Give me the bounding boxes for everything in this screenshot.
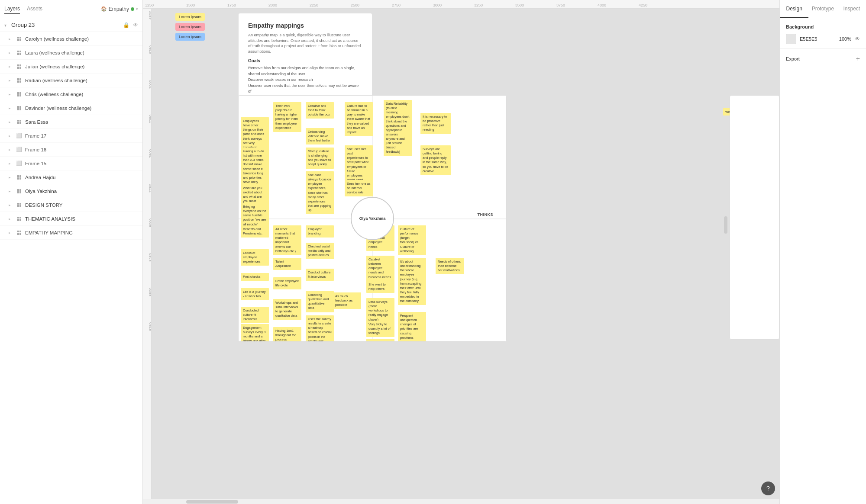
export-row: Export + [780,49,866,69]
layer-item-thematic[interactable]: ▸ THEMATIC ANALYSIS [0,212,142,226]
expand-icon: ▸ [9,203,14,207]
tab-empathy[interactable]: 🏠 Empathy ▾ [101,6,138,12]
sticky-does-18: As much feedback as possible [333,292,361,309]
empathy-icon: 🏠 [101,6,107,12]
lock-icon[interactable]: 🔒 [123,22,129,28]
layer-item-frame16[interactable]: ▸ ⬜ Frame 16 [0,143,142,157]
sticky-feels-9: Frequent unexpected changes of prioritie… [398,312,426,342]
component-icon [16,77,23,84]
layer-item-olya[interactable]: ▸ Olya Yakzhina [0,184,142,198]
sticky-does-7: All other moments that mattered importan… [273,225,301,255]
layer-item-davinder[interactable]: ▸ Davinder (wellness challenge) [0,101,142,115]
ruler-left: 6500 6750 7000 7250 7500 7750 8000 8250 … [143,9,152,499]
sticky-does-14: Conduct culture fit interviews [306,269,334,281]
right-panel: Design Prototype Inspect Background E5E5… [779,0,866,504]
lorem-box-pink: Lorem ipsum [175,23,205,31]
frame-icon: ⬜ [16,160,23,167]
expand-icon: ▸ [9,161,14,166]
canvas-content[interactable]: 6500 6750 7000 7250 7500 7750 8000 8250 … [143,9,779,499]
visibility-icon[interactable]: 👁 [855,36,860,42]
sticky-thinks-5: It is necessary to be proactive rather t… [420,113,451,134]
sticky-thinks-6: Surveys are getting boring and people re… [420,145,451,175]
component-icon [16,91,23,98]
tab-assets[interactable]: Assets [27,4,42,14]
export-add-button[interactable]: + [856,55,860,63]
eye-icon[interactable]: 👁 [133,22,138,28]
expand-icon: ▸ [9,189,14,193]
layer-item-radian[interactable]: ▸ Radian (wellness challenge) [0,74,142,87]
sticky-cl-3: Startup culture is challenging and you h… [306,148,334,169]
help-button[interactable]: ? [761,482,775,495]
sticky-does-8: Talent Acquisition [273,258,301,270]
canvas-viewport[interactable]: Lorem ipsum Lorem ipsum Lorem ipsum Empa… [152,9,779,499]
component-icon [16,63,23,70]
export-label: Export [786,56,800,61]
color-hex-value[interactable]: E5E5E5 [800,36,836,42]
thinks-label: THINKS [478,212,494,217]
scroll-indicator[interactable] [724,216,727,234]
component-icon [16,229,23,236]
layer-item-chris[interactable]: ▸ Chris (wellness challenge) [0,87,142,101]
sticky-says-1: Their own projects are having a higher p… [273,102,301,132]
lorem-box-yellow: Lorem ipsum [175,13,205,21]
background-section: Background E5E5E5 100% 👁 [780,18,866,49]
opacity-value[interactable]: 100% [839,36,851,42]
expand-icon: ▸ [9,175,14,180]
component-icon [16,119,23,125]
sticky-does-3: Post checks [241,273,269,281]
layer-item-sara[interactable]: ▸ Sara Essa [0,115,142,129]
sticky-does-1: Benefits and Pensions etc. [241,225,269,238]
component-icon [16,202,23,209]
expand-arrow-icon[interactable]: ▾ [4,23,9,27]
panel-tabs: Layers Assets 🏠 Empathy ▾ [0,0,142,18]
sticky-does-17: Qualitative part after the quantitative … [306,341,334,342]
tab-design[interactable]: Design [780,0,808,18]
expand-icon: ▸ [9,134,14,138]
left-panel: Layers Assets 🏠 Empathy ▾ ▾ Group 23 🔒 👁… [0,0,143,504]
layer-item-andrea[interactable]: ▸ Andrea Hajdu [0,170,142,184]
sticky-cl-2: Onboarding video to make them feel bette… [306,128,334,144]
group-header: ▾ Group 23 🔒 👁 [0,18,142,32]
card-desc: An empathy map is a quick, digestible wa… [248,32,362,54]
sticky-thinks-3: Sees her role as an internal service rol… [345,180,373,196]
sticky-cl-1: Creative and tried to think outside the … [306,102,334,119]
layer-item-carolyn[interactable]: ▸ Carolyn (wellness challenge) [0,32,142,46]
sticky-does-13: Checked social media daily and posted ar… [306,243,334,259]
tab-layers[interactable]: Layers [4,4,20,14]
component-icon [16,188,23,195]
sticky-does-15: Collecting qualitative and quantitative … [306,291,334,312]
sticky-feels-10: Needs of others than become her motivati… [436,258,464,274]
sticky-feels-2: Catalyst between employee needs and busi… [366,256,394,281]
layer-item-laura[interactable]: ▸ Laura (wellness challenge) [0,46,142,60]
tab-inspect[interactable]: Inspect [837,0,866,18]
scroll-thumb[interactable] [186,500,238,504]
layer-item-design-story[interactable]: ▸ DESIGN STORY [0,198,142,212]
component-icon [16,49,23,56]
layer-item-frame17[interactable]: ▸ ⬜ Frame 17 [0,129,142,143]
expand-icon: ▸ [9,64,14,69]
group-label: Group 23 [11,22,123,28]
right-tabs: Design Prototype Inspect [780,0,866,18]
frame-icon: ⬜ [16,146,23,153]
sticky-does-11: Having 1on1 throughout the process [273,327,301,342]
group-actions: 🔒 👁 [123,22,138,28]
tab-prototype[interactable]: Prototype [808,0,837,18]
sticky-feels-8: It's about understanding the whole emplo… [398,258,426,305]
sticky-does-10: Workshops and 1on1 interviews to generat… [273,299,301,320]
layer-item-julian[interactable]: ▸ Julian (wellness challenge) [0,60,142,74]
background-label: Background [786,24,860,29]
layer-item-empathy-mapping[interactable]: ▸ EMPATHY MAPPING [0,226,142,240]
sticky-does-5: Conducted culture fit interviews [241,307,269,323]
sticky-feels-5: Very tricky to quantify a lot of feeling… [366,321,394,337]
sticky-says-2: Employees have other things on their pla… [241,117,269,151]
expand-icon: ▸ [9,78,14,83]
color-swatch[interactable] [786,34,796,44]
expand-icon: ▸ [9,148,14,152]
expand-icon: ▸ [9,92,14,96]
frame-icon: ⬜ [16,132,23,139]
layer-item-frame15[interactable]: ▸ ⬜ Frame 15 [0,157,142,170]
bottom-scrollbar[interactable] [143,499,779,504]
sticky-does-12: Employer branding [306,225,334,238]
layers-list: ▸ Carolyn (wellness challenge) ▸ Laura (… [0,32,142,504]
center-label: Olya Yakzhina [359,216,385,221]
